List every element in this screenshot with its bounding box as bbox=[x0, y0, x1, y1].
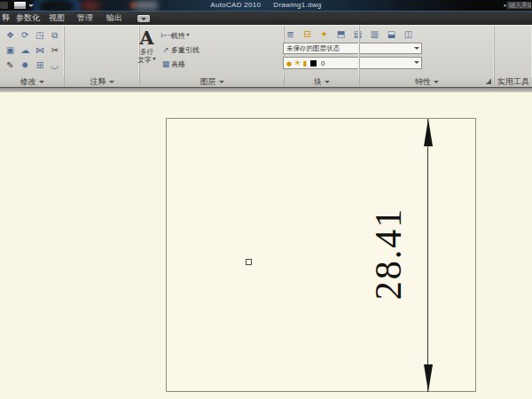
chevron-down-icon bbox=[434, 81, 439, 83]
modify-mirror-icon[interactable]: ⋈ bbox=[33, 44, 48, 57]
panel-utilities: 测量 ⊞ ❏ ▦ 实用工具 bbox=[495, 26, 532, 87]
panel-label-properties[interactable]: 特性 bbox=[360, 77, 494, 87]
crosshair-pickbox bbox=[246, 259, 252, 265]
panel-layers: ≣ ⊟ ✦ ⬒ ▤ ▥ ⬓ ◫ 未保存的图层状态 ● ☀ ▮ 0 图层 bbox=[140, 26, 285, 87]
menu-item-view[interactable]: 视图 bbox=[49, 12, 65, 25]
rectangle-entity[interactable] bbox=[166, 118, 476, 392]
panel-label-utilities[interactable]: 实用工具 bbox=[495, 77, 532, 87]
panel-block: 插入 ❏创建 ✎编辑 ✎编辑属性 块 bbox=[285, 26, 360, 87]
modify-copy-icon[interactable]: ⧉ bbox=[47, 29, 62, 42]
document-title: Drawing1.dwg bbox=[273, 1, 321, 9]
panel-label-modify[interactable]: 修改 bbox=[0, 77, 64, 87]
dimension-line[interactable] bbox=[427, 119, 428, 392]
panel-properties: ByLayer ByLayer ByLayer 特性 bbox=[360, 26, 495, 87]
drawing-area[interactable]: 28.41 bbox=[0, 92, 532, 399]
modify-erase-icon[interactable]: ✎ bbox=[3, 59, 18, 72]
chevron-down-icon bbox=[39, 81, 44, 83]
window-title: AutoCAD 2010Drawing1.dwg bbox=[0, 1, 532, 9]
modify-rotate-icon[interactable]: ⟳ bbox=[18, 29, 33, 42]
menu-item-output[interactable]: 输出 bbox=[106, 12, 122, 25]
modify-scale-icon[interactable]: ◳ bbox=[33, 29, 48, 42]
chevron-down-icon bbox=[325, 81, 330, 83]
panel-modify: ❖ ⟳ ◳ ⧉ ▣ ☁ ⋈ ✂ ✎ ✹ ⊞ ◡ 修改 bbox=[0, 26, 65, 87]
modify-explode-icon[interactable]: ✹ bbox=[18, 59, 33, 72]
chevron-down-icon bbox=[109, 81, 114, 83]
autocad-window: AutoCAD 2010Drawing1.dwg ▸ 键入关键字或短语 释 参数… bbox=[0, 0, 532, 399]
menu-item-parametric[interactable]: 参数化 bbox=[16, 12, 40, 25]
dialog-launcher-icon[interactable] bbox=[486, 79, 491, 84]
ribbon: ❖ ⟳ ◳ ⧉ ▣ ☁ ⋈ ✂ ✎ ✹ ⊞ ◡ 修改 A 多行 文字 bbox=[0, 25, 532, 86]
modify-tool-grid: ❖ ⟳ ◳ ⧉ ▣ ☁ ⋈ ✂ ✎ ✹ ⊞ ◡ bbox=[3, 29, 62, 72]
modify-fillet-icon[interactable]: ◡ bbox=[47, 59, 62, 72]
panel-label-block[interactable]: 块 bbox=[285, 77, 359, 87]
dimension-arrow-bottom-icon[interactable] bbox=[424, 364, 433, 392]
chevron-down-icon bbox=[219, 81, 224, 83]
panel-label-annotate[interactable]: 注释 bbox=[65, 77, 139, 87]
modify-trim-icon[interactable]: ✂ bbox=[47, 44, 62, 57]
modify-revcloud-icon[interactable]: ☁ bbox=[18, 44, 33, 57]
title-bar: AutoCAD 2010Drawing1.dwg ▸ 键入关键字或短语 bbox=[0, 0, 532, 12]
chevron-down-icon bbox=[141, 18, 146, 20]
modify-offset-icon[interactable]: ▣ bbox=[3, 44, 18, 57]
infocenter-search-input[interactable]: 键入关键字或短语 bbox=[506, 1, 532, 10]
menu-bar: 释 参数化 视图 管理 输出 bbox=[0, 12, 532, 25]
modify-array-icon[interactable]: ⊞ bbox=[33, 59, 48, 72]
dimension-text[interactable]: 28.41 bbox=[367, 207, 410, 301]
panel-label-layers[interactable]: 图层 bbox=[140, 77, 284, 87]
dimension-arrow-top-icon[interactable] bbox=[424, 119, 433, 146]
modify-move-icon[interactable]: ❖ bbox=[3, 29, 18, 42]
menu-item-annotate-partial[interactable]: 释 bbox=[2, 12, 10, 25]
ribbon-minimize-button[interactable] bbox=[137, 15, 150, 22]
panel-annotate: A 多行 文字 ⊢⊣线性 ↗多重引线 ▦表格 注释 bbox=[65, 26, 140, 87]
app-title: AutoCAD 2010 bbox=[210, 1, 261, 9]
menu-item-manage[interactable]: 管理 bbox=[77, 12, 93, 25]
